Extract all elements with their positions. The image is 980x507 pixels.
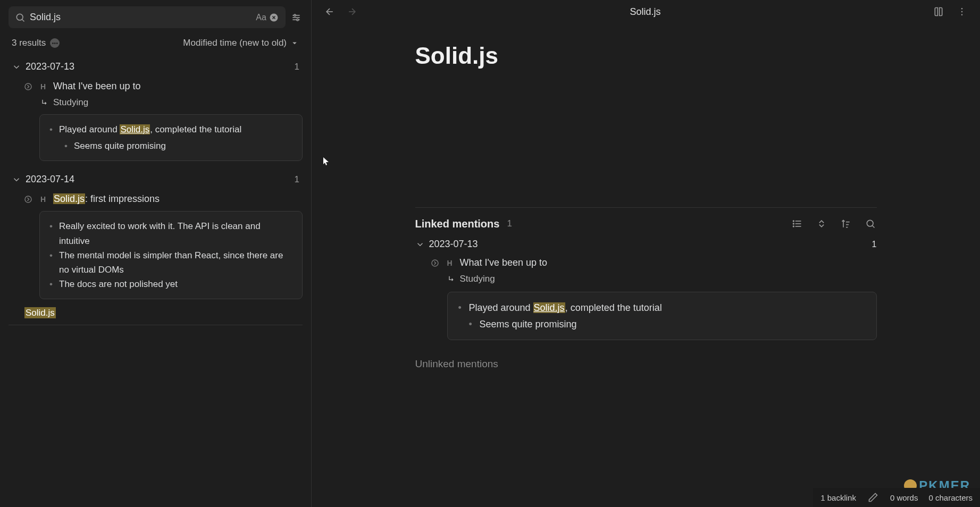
- heading-icon: H: [38, 195, 48, 204]
- breadcrumb-text: Studying: [53, 97, 88, 108]
- date-group-header[interactable]: 2023-07-13 1: [9, 59, 303, 74]
- status-bar: 1 backlink 0 words 0 characters: [813, 488, 980, 507]
- unlinked-mentions-label[interactable]: Unlinked mentions: [415, 358, 877, 370]
- svg-point-18: [793, 221, 794, 222]
- settings-icon[interactable]: [290, 11, 303, 24]
- loading-badge: •••: [50, 38, 60, 48]
- highlight: Solid.js: [120, 124, 150, 134]
- result-snippet[interactable]: Really excited to work with it. The API …: [39, 211, 303, 299]
- page-title[interactable]: Solid.js: [415, 43, 877, 69]
- heading-icon: H: [445, 258, 455, 268]
- sort-label: Modified time (new to old): [183, 38, 287, 48]
- results-count: 3 results: [12, 38, 46, 48]
- note-title: Solid.js: first impressions: [53, 193, 160, 205]
- open-note-icon: [23, 195, 33, 204]
- match-case-icon[interactable]: Aa: [255, 11, 267, 24]
- chevron-down-icon: [12, 62, 21, 72]
- chevron-down-icon: [415, 240, 425, 249]
- more-icon[interactable]: [956, 5, 968, 18]
- search-box: Aa: [9, 6, 286, 28]
- search-mentions-icon[interactable]: [864, 217, 877, 230]
- svg-point-0: [16, 14, 23, 20]
- mention-date-count: 1: [872, 240, 877, 249]
- status-chars[interactable]: 0 characters: [928, 493, 973, 502]
- mention-date: 2023-07-13: [429, 239, 478, 250]
- sort-icon[interactable]: [840, 217, 852, 230]
- chevron-down-icon: [12, 175, 21, 184]
- svg-point-19: [793, 223, 794, 224]
- collapse-all-icon[interactable]: [815, 217, 828, 230]
- date-label: 2023-07-14: [26, 174, 74, 185]
- search-icon: [14, 11, 27, 24]
- svg-line-26: [872, 226, 874, 228]
- reading-mode-icon[interactable]: [932, 5, 945, 18]
- search-input[interactable]: [27, 10, 255, 25]
- svg-point-20: [793, 226, 794, 227]
- breadcrumb-arrow-icon: [40, 98, 49, 107]
- result-snippet[interactable]: Played around Solid.js, completed the tu…: [39, 114, 303, 161]
- sort-dropdown[interactable]: Modified time (new to old): [183, 38, 299, 48]
- tab-title[interactable]: Solid.js: [630, 6, 660, 18]
- mention-result-item[interactable]: H What I've been up to: [430, 257, 877, 268]
- svg-point-14: [961, 14, 963, 16]
- nav-forward-icon[interactable]: [346, 5, 358, 18]
- linked-mentions-count: 1: [507, 218, 512, 229]
- svg-point-7: [297, 19, 298, 20]
- mention-note-title: What I've been up to: [460, 257, 548, 268]
- svg-point-25: [867, 220, 873, 226]
- heading-icon: H: [38, 82, 48, 91]
- svg-point-8: [25, 83, 31, 90]
- breadcrumb-arrow-icon: [447, 275, 456, 283]
- mention-snippet[interactable]: Played around Solid.js, completed the tu…: [447, 292, 877, 340]
- svg-point-27: [432, 260, 438, 266]
- search-panel: Aa 3 results ••• Modified time (new to o…: [0, 0, 312, 507]
- date-group-header[interactable]: 2023-07-14 1: [9, 172, 303, 187]
- clear-icon[interactable]: [267, 11, 280, 24]
- group-count: 1: [295, 174, 299, 185]
- svg-line-1: [22, 19, 24, 21]
- open-note-icon: [430, 258, 440, 268]
- breadcrumb-text: Studying: [460, 274, 495, 284]
- svg-point-13: [961, 11, 963, 13]
- list-icon[interactable]: [791, 217, 803, 230]
- nav-back-icon[interactable]: [323, 5, 336, 18]
- svg-point-12: [961, 8, 963, 9]
- status-words[interactable]: 0 words: [890, 493, 918, 502]
- status-backlinks[interactable]: 1 backlink: [820, 493, 856, 502]
- svg-point-6: [294, 14, 296, 16]
- highlight: Solid.js: [533, 302, 565, 313]
- search-result-item[interactable]: H Solid.js: first impressions: [23, 193, 303, 205]
- mouse-cursor: [323, 157, 330, 166]
- search-result-item[interactable]: H What I've been up to: [23, 81, 303, 92]
- open-note-icon: [23, 82, 33, 91]
- editor-pane: Solid.js Solid.js Linked mentions 1: [312, 0, 980, 507]
- result-breadcrumb[interactable]: Studying: [23, 97, 303, 108]
- group-count: 1: [295, 62, 299, 72]
- linked-mentions-label[interactable]: Linked mentions: [415, 218, 500, 230]
- mention-breadcrumb[interactable]: Studying: [430, 274, 877, 284]
- mention-date-header[interactable]: 2023-07-13 1: [415, 239, 877, 250]
- date-label: 2023-07-13: [26, 61, 74, 72]
- svg-point-9: [25, 196, 31, 202]
- pencil-icon[interactable]: [867, 491, 880, 504]
- note-title: What I've been up to: [53, 81, 141, 92]
- file-result[interactable]: Solid.js: [9, 308, 303, 318]
